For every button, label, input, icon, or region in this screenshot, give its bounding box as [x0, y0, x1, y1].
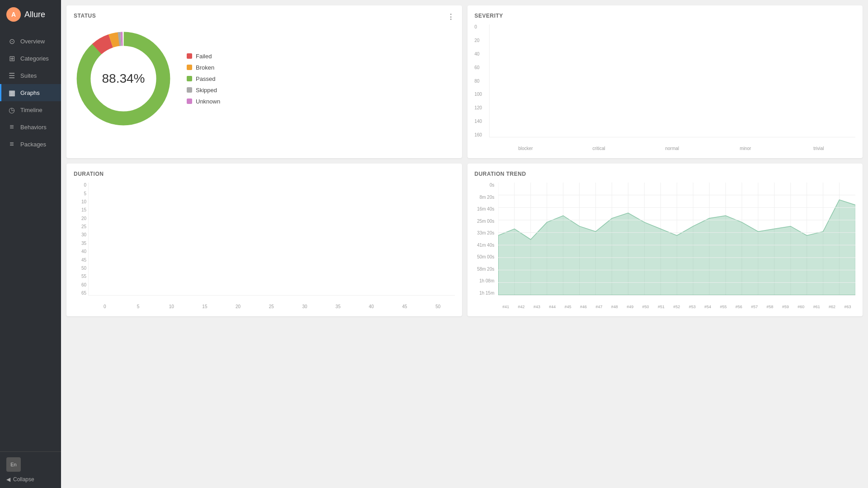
sidebar-item-overview[interactable]: ⊙ Overview	[0, 33, 61, 50]
trend-x-label: #41	[498, 305, 514, 309]
severity-group-blocker	[490, 24, 563, 137]
sidebar-bottom: En ◀ Collapse	[0, 451, 61, 488]
severity-group-trivial	[782, 24, 855, 137]
sidebar-label-timeline: Timeline	[20, 107, 42, 113]
overview-icon: ⊙	[8, 37, 16, 45]
legend-label-passed: Passed	[196, 75, 215, 82]
legend-label-skipped: Skipped	[196, 87, 217, 94]
timeline-icon: ◷	[8, 106, 16, 114]
donut-chart: 88.34%	[74, 29, 173, 128]
trend-x-label: #56	[731, 305, 746, 309]
status-card: STATUS ⋮	[66, 5, 462, 158]
duration-bars-area	[88, 183, 455, 296]
legend-broken: Broken	[187, 64, 220, 71]
graphs-icon: ▦	[8, 89, 16, 97]
trend-x-label: #45	[560, 305, 576, 309]
trend-x-label: #54	[700, 305, 715, 309]
severity-xlabel-blocker: blocker	[489, 146, 562, 151]
behaviors-icon: ≡	[8, 123, 16, 131]
duration-card: DURATION 65 60 55 50 45 40 35 30 25 20 1…	[66, 164, 462, 316]
duration-chart: 65 60 55 50 45 40 35 30 25 20 15 10 5 0	[74, 183, 455, 309]
packages-icon: ≡	[8, 140, 16, 148]
status-content: 88.34% Failed Broken Passed	[74, 24, 455, 133]
trend-x-label: #63	[840, 305, 855, 309]
duration-trend-card: DURATION TREND 1h 15m 1h 08m 58m 20s 50m…	[467, 164, 863, 316]
trend-x-label: #61	[809, 305, 824, 309]
trend-x-label: #48	[607, 305, 622, 309]
sidebar-nav: ⊙ Overview ⊞ Categories ☰ Suites ▦ Graph…	[0, 29, 61, 451]
legend-passed: Passed	[187, 75, 220, 82]
trend-x-label: #49	[623, 305, 638, 309]
legend-dot-broken	[187, 65, 192, 70]
trend-x-label: #43	[529, 305, 544, 309]
collapse-button[interactable]: ◀ Collapse	[6, 476, 55, 483]
legend-dot-failed	[187, 53, 192, 59]
trend-chart: 1h 15m 1h 08m 58m 20s 50m 00s 41m 40s 33…	[475, 183, 856, 309]
sidebar-item-packages[interactable]: ≡ Packages	[0, 136, 61, 153]
sidebar-label-behaviors: Behaviors	[20, 124, 47, 131]
sidebar-item-graphs[interactable]: ▦ Graphs	[0, 84, 61, 101]
trend-x-label: #62	[824, 305, 840, 309]
severity-group-minor	[709, 24, 782, 137]
suites-icon: ☰	[8, 71, 16, 80]
duration-x-axis: 0 5 10 15 20 25 30 35 40 45 50	[88, 304, 455, 309]
charts-grid: STATUS ⋮	[66, 5, 863, 316]
legend-dot-passed	[187, 76, 192, 81]
status-options-icon[interactable]: ⋮	[447, 13, 455, 21]
trend-x-label: #47	[591, 305, 607, 309]
sidebar-item-behaviors[interactable]: ≡ Behaviors	[0, 118, 61, 136]
severity-bars-area	[489, 24, 856, 137]
trend-x-axis: #41#42#43#44#45#46#47#48#49#50#51#52#53#…	[498, 305, 856, 309]
severity-chart: 160 140 120 100 80 60 40 20 0	[475, 24, 856, 151]
severity-x-labels: blocker critical normal minor trivial	[489, 146, 856, 151]
sidebar-label-packages: Packages	[20, 141, 46, 148]
legend-label-failed: Failed	[196, 53, 212, 60]
trend-x-label: #53	[684, 305, 700, 309]
legend-label-unknown: Unknown	[196, 98, 220, 105]
sidebar-label-suites: Suites	[20, 72, 37, 79]
legend-dot-unknown	[187, 99, 192, 104]
sidebar-item-timeline[interactable]: ◷ Timeline	[0, 101, 61, 118]
duration-trend-title: DURATION TREND	[475, 171, 856, 177]
legend-failed: Failed	[187, 53, 220, 60]
duration-y-axis: 65 60 55 50 45 40 35 30 25 20 15 10 5 0	[74, 183, 86, 296]
legend-dot-skipped	[187, 87, 192, 93]
trend-x-label: #55	[716, 305, 731, 309]
donut-percentage: 88.34%	[102, 71, 145, 86]
trend-x-label: #46	[576, 305, 591, 309]
legend-unknown: Unknown	[187, 98, 220, 105]
sidebar-label-overview: Overview	[20, 38, 45, 45]
trend-y-axis: 1h 15m 1h 08m 58m 20s 50m 00s 41m 40s 33…	[475, 183, 496, 296]
legend-label-broken: Broken	[196, 64, 214, 71]
severity-title: SEVERITY	[475, 13, 856, 19]
trend-x-label: #60	[793, 305, 809, 309]
collapse-label: Collapse	[13, 476, 34, 483]
sidebar-item-categories[interactable]: ⊞ Categories	[0, 50, 61, 67]
app-logo: A Allure	[0, 0, 61, 29]
sidebar-label-graphs: Graphs	[20, 89, 40, 96]
logo-icon: A	[6, 7, 21, 22]
trend-x-label: #58	[762, 305, 778, 309]
trend-x-label: #52	[669, 305, 684, 309]
trend-x-label: #59	[778, 305, 793, 309]
trend-svg	[498, 183, 856, 295]
trend-area-svg	[498, 183, 856, 296]
severity-y-axis: 160 140 120 100 80 60 40 20 0	[475, 24, 487, 137]
status-title: STATUS ⋮	[74, 13, 455, 19]
sidebar-item-suites[interactable]: ☰ Suites	[0, 67, 61, 84]
trend-x-label: #57	[747, 305, 762, 309]
main-content: STATUS ⋮	[61, 0, 868, 488]
app-name: Allure	[24, 10, 45, 19]
sidebar-label-categories: Categories	[20, 55, 49, 62]
collapse-arrow-icon: ◀	[6, 476, 10, 483]
severity-group-critical	[562, 24, 636, 137]
trend-x-label: #51	[653, 305, 669, 309]
status-legend: Failed Broken Passed Skipped	[187, 53, 220, 105]
language-button[interactable]: En	[6, 457, 21, 472]
trend-x-label: #44	[545, 305, 560, 309]
legend-skipped: Skipped	[187, 87, 220, 94]
severity-group-normal	[636, 24, 709, 137]
trend-x-label: #42	[514, 305, 529, 309]
severity-card: SEVERITY 160 140 120 100 80 60 40 20 0	[467, 5, 863, 158]
severity-xlabel-trivial: trivial	[782, 146, 855, 151]
